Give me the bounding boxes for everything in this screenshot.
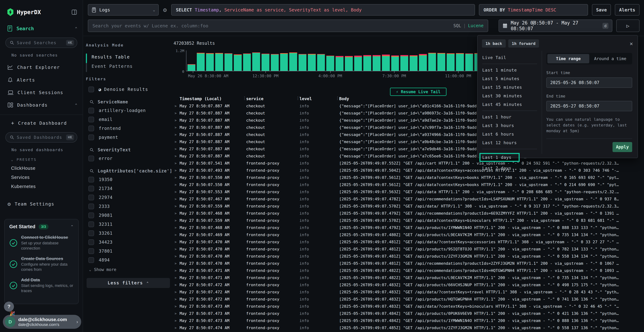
get-started-item[interactable]: Create Data SourcesConfigure where your … — [9, 256, 74, 272]
sidebar-item-chart-explorer[interactable]: Chart Explorer — [0, 58, 83, 70]
table-row[interactable]: >May 27 8:50:07.470 AMfrontend-proxyinfo… — [173, 238, 644, 246]
table-row[interactable]: >May 27 8:50:07.550 AMfrontend-proxyinfo… — [173, 181, 644, 188]
row-expand-icon[interactable]: > — [173, 190, 180, 194]
table-row[interactable]: >May 27 8:50:07.472 AMfrontend-proxyinfo… — [173, 281, 644, 288]
quick-range-last-45-minutes[interactable]: Last 45 minutes — [482, 100, 542, 109]
row-expand-icon[interactable]: > — [173, 183, 180, 186]
table-row[interactable]: >May 27 8:50:07.467 AMfrontend-proxyinfo… — [173, 195, 644, 202]
source-settings-gear-icon[interactable]: ⚙ — [159, 6, 171, 14]
table-row[interactable]: >May 27 8:50:07.473 AMfrontend-proxyinfo… — [173, 310, 644, 317]
table-row[interactable]: >May 27 8:50:07.559 AMfrontend-proxyinfo… — [173, 202, 644, 210]
chevron-up-icon[interactable]: ⌃ — [70, 224, 74, 229]
col-service[interactable]: service — [246, 96, 300, 101]
filter-option[interactable]: 22974 — [86, 194, 170, 200]
run-query-button[interactable]: ▷ — [616, 20, 640, 32]
histogram-bar[interactable] — [206, 53, 214, 71]
histogram-bar[interactable] — [234, 54, 242, 71]
checkbox[interactable] — [88, 239, 94, 245]
table-row[interactable]: >May 27 8:50:07.469 AMfrontend-proxyinfo… — [173, 231, 644, 238]
row-expand-icon[interactable]: > — [173, 218, 180, 222]
histogram-bar[interactable] — [271, 54, 279, 71]
histogram-bar[interactable] — [456, 53, 464, 71]
row-expand-icon[interactable]: > — [173, 133, 180, 136]
source-select[interactable]: Logs ⌄ — [88, 4, 159, 16]
sidebar-item-dashboards[interactable]: Dashboards ⌃ — [0, 95, 83, 108]
col-level[interactable]: level — [300, 96, 339, 101]
row-expand-icon[interactable]: > — [173, 283, 180, 287]
quick-range-last-6-hours[interactable]: Last 6 hours — [482, 130, 542, 138]
histogram-bar[interactable] — [197, 53, 205, 71]
table-row[interactable]: >May 27 8:50:07.471 AMfrontend-proxyinfo… — [173, 274, 644, 281]
row-expand-icon[interactable]: > — [173, 168, 180, 172]
table-row[interactable]: >May 27 8:50:07.550 AMfrontend-proxyinfo… — [173, 174, 644, 181]
checkbox[interactable] — [88, 222, 94, 227]
table-row[interactable]: >May 27 8:50:07.553 AMfrontend-proxyinfo… — [173, 188, 644, 195]
results-histogram[interactable]: 1.2M 0 May 26 8:30:00 AM12:30:00 PM4:00:… — [186, 48, 483, 83]
table-row[interactable]: >May 27 8:50:07.470 AMfrontend-proxyinfo… — [173, 260, 644, 267]
histogram-bar[interactable] — [428, 53, 436, 71]
tab-around-a-time[interactable]: Around a time — [589, 54, 631, 63]
row-expand-icon[interactable]: > — [173, 262, 180, 265]
quick-range-last-3-hours[interactable]: Last 3 hours — [482, 121, 542, 130]
less-filters-button[interactable]: Less filters ⌃ — [86, 278, 170, 288]
quick-range-last-30-minutes[interactable]: Last 30 minutes — [482, 92, 542, 100]
table-row[interactable]: >May 27 8:50:07.472 AMfrontend-proxyinfo… — [173, 288, 644, 296]
table-row[interactable]: >May 27 8:50:07.468 AMfrontend-proxyinfo… — [173, 224, 644, 231]
presets-header[interactable]: ⌄ PRESETS — [0, 152, 83, 162]
histogram-bar[interactable] — [289, 52, 297, 71]
row-expand-icon[interactable]: > — [173, 197, 180, 201]
row-expand-icon[interactable]: > — [173, 312, 180, 315]
row-expand-icon[interactable]: > — [173, 204, 180, 208]
row-expand-icon[interactable]: > — [173, 161, 180, 165]
checkbox[interactable] — [88, 257, 94, 263]
user-profile-chip[interactable]: D dale@clickhouse.com dale@clickhouse.co… — [3, 315, 81, 329]
search-icon[interactable] — [90, 148, 94, 152]
filter-option[interactable]: 32311 — [86, 222, 170, 227]
tab-time-range[interactable]: Time range — [548, 54, 589, 63]
end-time-input[interactable]: 2025-05-27 08:50:07 — [546, 101, 632, 111]
quick-range-last-1-minute[interactable]: Last 1 minute — [482, 66, 542, 74]
histogram-bar[interactable] — [280, 53, 288, 71]
histogram-bar[interactable] — [308, 54, 316, 71]
resume-live-tail-button[interactable]: ⚡ Resume Live Tail — [390, 88, 446, 96]
sidebar-preset-services[interactable]: Services — [0, 171, 83, 180]
histogram-bar[interactable] — [345, 56, 353, 71]
table-row[interactable]: >May 27 8:50:07.468 AMfrontend-proxyinfo… — [173, 210, 644, 217]
row-expand-icon[interactable]: > — [173, 226, 180, 230]
checkbox[interactable] — [88, 134, 94, 140]
table-row[interactable]: >May 27 8:50:07.473 AMfrontend-proxyinfo… — [173, 317, 644, 324]
quick-range-last-15-minutes[interactable]: Last 15 minutes — [482, 83, 542, 92]
histogram-bar[interactable] — [215, 53, 223, 71]
get-started-item[interactable]: Add DataStart sending logs, metrics, or … — [9, 278, 74, 293]
checkbox[interactable] — [88, 230, 94, 236]
sidebar-preset-clickhouse[interactable]: ClickHouse — [0, 162, 83, 171]
chevron-up-icon[interactable]: ⌃ — [75, 26, 77, 31]
histogram-bar[interactable] — [447, 53, 454, 71]
histogram-bar[interactable] — [419, 54, 427, 71]
row-expand-icon[interactable]: > — [173, 212, 180, 215]
table-row[interactable]: >May 27 8:50:07.493 AMfrontend-proxyinfo… — [173, 167, 644, 174]
row-expand-icon[interactable]: > — [173, 111, 180, 115]
mode-event-patterns[interactable]: Event Patterns — [92, 63, 133, 72]
table-row[interactable]: >May 27 8:50:07.470 AMfrontend-proxyinfo… — [173, 252, 644, 260]
filter-option[interactable]: 19350 — [86, 177, 170, 182]
checkbox[interactable] — [88, 204, 94, 209]
histogram-bar[interactable] — [465, 54, 473, 71]
checkbox[interactable] — [88, 156, 94, 161]
row-expand-icon[interactable]: > — [173, 147, 180, 151]
alerts-button[interactable]: Alerts — [615, 4, 640, 16]
saved-dashboards-input[interactable]: Saved Dashboards ⌘K — [5, 132, 77, 142]
column-resize-handle[interactable]: ⋮ — [296, 96, 300, 100]
histogram-bar[interactable] — [336, 56, 344, 71]
row-expand-icon[interactable]: > — [173, 140, 180, 144]
row-expand-icon[interactable]: > — [173, 326, 180, 330]
filter-option[interactable]: 4894 — [86, 257, 170, 263]
histogram-bar[interactable] — [326, 56, 334, 71]
row-expand-icon[interactable]: > — [173, 319, 180, 322]
search-input[interactable]: Search your events w/ Lucene ex. column:… — [88, 20, 488, 32]
saved-searches-input[interactable]: Saved Searches ⌘K — [5, 38, 77, 48]
histogram-bar[interactable] — [400, 55, 408, 71]
histogram-bar[interactable] — [391, 56, 399, 71]
sidebar-item-search[interactable]: Search ⌃ — [0, 16, 83, 32]
row-expand-icon[interactable]: > — [173, 276, 180, 280]
